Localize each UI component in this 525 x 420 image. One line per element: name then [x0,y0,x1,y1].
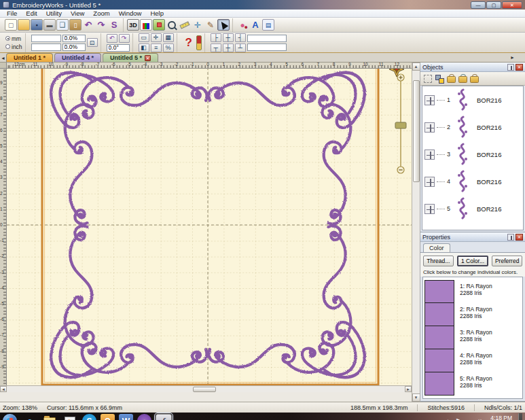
color-bar-chart-icon[interactable] [140,19,152,31]
panel-close-icon[interactable]: ✕ [515,234,523,241]
color-row[interactable]: 1: RA Rayon 2288 Iris [424,280,521,303]
list-view-icon[interactable]: ≡ [151,43,162,52]
color-row[interactable]: 3: RA Rayon 2288 Iris [424,326,521,349]
percent-tool-icon[interactable]: % [163,43,174,52]
color-row[interactable]: 2: RA Rayon 2288 Iris [424,303,521,326]
vertical-scrollbar[interactable]: ▲ ▼ [412,63,420,402]
panel-close-icon[interactable]: ✕ [515,64,523,71]
internet-explorer-icon[interactable]: e [21,414,37,420]
move-handle-icon[interactable] [424,122,435,133]
rotation-field[interactable] [107,44,130,52]
move-handle-icon[interactable] [424,204,435,214]
object-row[interactable]: 4 BOR216 [422,168,523,195]
lock-closed-icon[interactable] [447,74,455,83]
object-row[interactable]: 1 BOR216 [422,86,523,113]
media-player-icon[interactable] [62,414,78,420]
show-desktop-button[interactable] [518,413,522,420]
tab-untitled-5[interactable]: Untitled 5 * ✕ [103,53,158,62]
color-swatch[interactable] [424,326,454,349]
menu-help[interactable]: Help [146,10,168,17]
menu-window[interactable]: Window [115,10,146,17]
extra-field-2[interactable] [247,43,287,51]
height-field[interactable] [31,43,61,51]
lock-open-icon[interactable] [470,74,478,83]
align-center-h-icon[interactable]: ┼ [223,33,234,42]
tab-color[interactable]: Color [423,243,450,252]
print-icon[interactable]: ▬ [43,19,56,31]
scale-y-field[interactable] [62,43,86,51]
tab-scroll-left-icon[interactable]: ◄ [0,54,6,62]
object-row[interactable]: 2 BOR216 [422,113,523,141]
align-left-icon[interactable]: ├ [211,33,221,42]
skype-icon[interactable]: S [82,414,96,420]
new-document-icon[interactable]: ▢ [5,19,17,31]
one-color-button[interactable]: 1 Color... [457,256,489,266]
design-canvas[interactable]: N -12cm-11-10-9-8-7-6-5-4-3-2-1012345678… [0,63,412,385]
grid-view-icon[interactable]: ▦ [163,33,174,42]
lock-aspect-icon[interactable]: ⊡ [87,38,98,47]
align-bottom-icon[interactable]: ┴ [235,43,246,52]
scroll-right-arrow-icon[interactable]: ► [405,386,412,392]
scroll-up-arrow-icon[interactable]: ▲ [412,63,420,71]
open-file-icon[interactable] [18,19,30,31]
align-top-icon[interactable]: ┬ [211,43,221,52]
scale-x-field[interactable] [62,35,86,42]
object-row[interactable]: 5 BOR216 [422,195,523,222]
center-anchor-tool-icon[interactable]: ✛ [192,19,204,31]
color-swatch[interactable] [424,349,454,372]
group-objects-icon[interactable] [435,75,443,83]
object-row[interactable]: 3 BOR216 [422,141,523,168]
scroll-down-arrow-icon[interactable]: ▼ [412,393,420,402]
lock-cd-icon[interactable] [458,74,467,83]
zoom-slider-handle[interactable] [395,122,406,128]
rotate-right-icon[interactable]: ↷ [119,34,130,43]
start-orb-icon[interactable] [3,414,17,420]
color-row[interactable]: 4: RA Rayon 2288 Iris [424,349,521,372]
unit-mm-radio[interactable]: mm [5,35,22,42]
stitch-s-tool-icon[interactable]: S [108,19,120,31]
edit-pencil-icon[interactable]: ✎ [204,19,217,31]
move-handle-icon[interactable] [424,177,435,187]
width-field[interactable] [31,35,61,42]
word-icon[interactable]: W [119,414,133,420]
embroidery-design-svg[interactable]: N [0,63,412,385]
thread-colors-icon[interactable]: ● [236,19,249,31]
measure-tool-icon[interactable] [179,19,191,31]
yahoo-messenger-icon[interactable]: ☻ [137,414,151,420]
zoom-tool-icon[interactable] [166,19,178,31]
move-handle-icon[interactable] [424,95,435,105]
save-icon[interactable]: ▪ [31,19,43,31]
minimize-button[interactable]: — [471,1,486,9]
scroll-left-arrow-icon[interactable]: ◄ [0,386,7,392]
menu-utility[interactable]: Utility [42,10,66,17]
move-handle-icon[interactable] [424,150,435,160]
tab-close-icon[interactable]: ✕ [145,55,151,61]
paste-icon[interactable]: ▯ [69,19,82,31]
pin-icon[interactable] [507,234,514,241]
menu-file[interactable]: File [3,10,21,17]
color-swatch[interactable] [424,303,454,326]
menu-edit[interactable]: Edit [22,10,41,17]
tab-untitled-4[interactable]: Untitled 4 * [54,53,101,62]
palette-icon[interactable] [153,19,165,31]
contrast-view-icon[interactable]: ◧ [139,43,149,52]
embroidery-app-icon[interactable]: ʃ [156,414,172,420]
windows-explorer-icon[interactable] [41,414,58,420]
help-question-icon[interactable]: ? [183,35,195,50]
taskbar-clock[interactable]: 4:18 PM 9/29/2011 [487,415,512,420]
menu-zoom[interactable]: Zoom [89,10,113,17]
redo-icon[interactable]: ↷ [95,19,107,31]
tile-horizontal-icon[interactable]: ▭ [139,33,149,42]
close-button[interactable]: ✕ [502,1,522,9]
unit-inch-radio[interactable]: inch [5,43,22,50]
align-right-icon[interactable]: ┤ [235,33,246,42]
preferred-button[interactable]: Preferred [492,256,522,266]
tab-scroll-right-icon[interactable]: ► [509,54,515,61]
move-center-icon[interactable]: ✛ [151,33,162,42]
tab-untitled-1[interactable]: Untitled 1 * [6,53,53,62]
horizontal-scrollbar[interactable]: ◄ ► [0,385,412,392]
color-swatch[interactable] [424,372,454,396]
export-design-icon[interactable]: ▤ [262,19,274,31]
copy-icon[interactable]: ❑ [56,19,69,31]
3d-view-icon[interactable]: 3D [127,19,139,31]
